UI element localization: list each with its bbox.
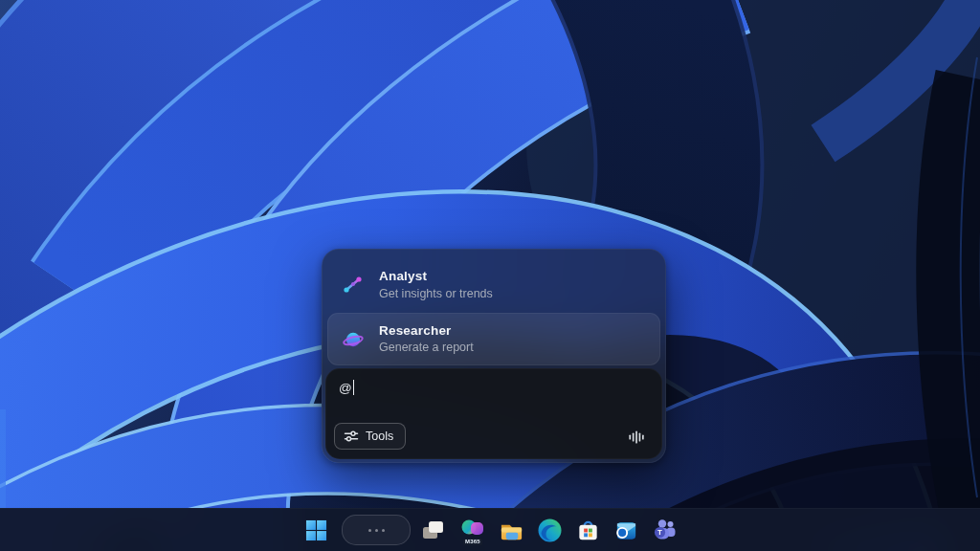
- search-pill-dots-icon: [382, 529, 385, 532]
- teams-icon: T: [651, 518, 678, 543]
- start-button[interactable]: [297, 511, 335, 549]
- suggestion-title: Researcher: [379, 323, 474, 340]
- taskbar: M365: [0, 508, 980, 551]
- suggestion-subtitle: Generate a report: [379, 341, 474, 355]
- taskbar-items: M365: [297, 509, 683, 551]
- svg-text:T: T: [657, 528, 662, 537]
- outlook-button[interactable]: [607, 511, 645, 549]
- m365-badge: M365: [463, 539, 482, 545]
- store-button[interactable]: [568, 511, 607, 549]
- m365-copilot-button[interactable]: M365: [454, 511, 492, 549]
- edge-icon: [537, 518, 563, 543]
- copilot-flyout: Analyst Get insights or trends Researche…: [322, 249, 666, 463]
- voice-waveform-icon[interactable]: [628, 429, 645, 446]
- planet-icon: [341, 327, 366, 352]
- file-explorer-icon: [499, 518, 524, 543]
- taskbar-search-pill[interactable]: [342, 515, 411, 545]
- text-cursor: [353, 380, 355, 395]
- suggestion-text: Analyst Get insights or trends: [379, 269, 493, 301]
- task-view-icon: [420, 518, 446, 543]
- tools-button[interactable]: Tools: [334, 423, 406, 450]
- copilot-input[interactable]: @: [339, 380, 354, 395]
- tools-label: Tools: [366, 430, 393, 443]
- search-pill-dots-icon: [375, 529, 378, 532]
- suggestion-text: Researcher Generate a report: [379, 323, 474, 356]
- teams-button[interactable]: T: [645, 511, 683, 549]
- outlook-icon: [613, 518, 639, 543]
- trend-scatter-icon: [341, 273, 366, 298]
- edge-button[interactable]: [530, 511, 568, 549]
- search-pill-dots-icon: [368, 529, 371, 532]
- desktop: Analyst Get insights or trends Researche…: [0, 0, 980, 551]
- microsoft-store-icon: [575, 518, 601, 543]
- file-explorer-button[interactable]: [492, 511, 530, 549]
- suggestion-title: Analyst: [379, 269, 493, 285]
- task-view-button[interactable]: [413, 511, 452, 549]
- input-text: @: [339, 381, 352, 395]
- suggestion-subtitle: Get insights or trends: [379, 287, 493, 301]
- sliders-icon: [344, 430, 359, 443]
- suggestion-researcher[interactable]: Researcher Generate a report: [327, 313, 660, 365]
- copilot-input-card[interactable]: @ Tools: [325, 368, 662, 459]
- windows-logo-icon: [305, 519, 327, 541]
- suggestion-analyst[interactable]: Analyst Get insights or trends: [328, 260, 659, 310]
